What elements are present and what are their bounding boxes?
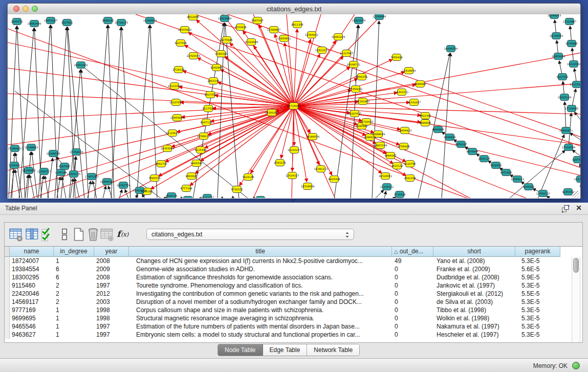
graph-node-label: 10719135 bbox=[115, 21, 128, 24]
table-row[interactable]: 911546021997Tourette syndrome. Phenomeno… bbox=[5, 281, 582, 290]
graph-node-label: 9474444 bbox=[466, 150, 478, 153]
table-cell: 5.6E-5 bbox=[515, 265, 560, 273]
show-columns-button[interactable] bbox=[25, 227, 40, 243]
graph-edge bbox=[285, 43, 294, 106]
column-header-short[interactable]: short bbox=[433, 247, 515, 257]
column-header-year[interactable]: year bbox=[94, 247, 129, 257]
float-panel-button[interactable] bbox=[561, 205, 570, 213]
delete-columns-button[interactable] bbox=[86, 227, 101, 243]
scrollbar-thumb[interactable] bbox=[573, 258, 579, 273]
column-header-out-degree[interactable]: △out_de... bbox=[392, 247, 433, 257]
table-row[interactable]: 1938455462009Genome-wide association stu… bbox=[5, 265, 582, 273]
graph-node-label: 12524327 bbox=[286, 174, 299, 177]
graph-edge bbox=[442, 53, 450, 198]
zoom-window-button[interactable] bbox=[32, 6, 38, 12]
graph-node-label: 9242845 bbox=[210, 66, 222, 69]
table-cell: 0 bbox=[392, 290, 433, 298]
table-row[interactable]: 1830029562008Estimation of significance … bbox=[5, 273, 582, 281]
row-gutter-cell bbox=[5, 290, 10, 298]
tab-node-table[interactable]: Node Table bbox=[218, 344, 263, 356]
graph-node-label: 9505135 bbox=[165, 194, 177, 198]
table-panel: Table Panel ✕ bbox=[0, 203, 588, 358]
graph-node-label: 25260920 bbox=[8, 147, 21, 150]
graph-node-label: 19734593 bbox=[550, 34, 563, 37]
graph-node-label: 10654985 bbox=[170, 116, 184, 119]
table-cell: 0 bbox=[392, 281, 433, 290]
table-cell: Jankovic et al. (1997) bbox=[433, 281, 515, 290]
close-panel-button[interactable]: ✕ bbox=[576, 204, 582, 212]
graph-node-label: 7450408 bbox=[390, 56, 402, 59]
table-cell: 0 bbox=[392, 306, 433, 314]
table-cell: Disruption of a novel member of a sodium… bbox=[129, 298, 392, 306]
table-cell: 0 bbox=[392, 298, 433, 306]
column-header-title[interactable]: title bbox=[129, 247, 392, 257]
panel-grabber-icon[interactable] bbox=[291, 199, 296, 202]
graph-node-label: 14353594 bbox=[161, 147, 175, 150]
graph-node-label: 9560351 bbox=[356, 75, 367, 78]
graph-edge bbox=[164, 198, 167, 198]
tab-edge-table[interactable]: Edge Table bbox=[263, 344, 308, 356]
graph-edge bbox=[15, 91, 161, 198]
select-all-button[interactable] bbox=[40, 227, 56, 243]
graph-edge bbox=[48, 158, 53, 198]
row-gutter-cell bbox=[5, 314, 10, 322]
resize-grip[interactable] bbox=[573, 191, 579, 198]
table-cell: Wolkin et al. (1998) bbox=[433, 314, 515, 322]
new-column-button[interactable] bbox=[72, 227, 87, 243]
graph-node-label: 2405572 bbox=[11, 20, 23, 23]
graph-node-label: 16219302 bbox=[567, 62, 580, 65]
table-selector[interactable]: citations_edges.txt bbox=[146, 229, 354, 240]
graph-node-label: 9732072 bbox=[231, 188, 243, 191]
column-header-in-degree[interactable]: in_degree bbox=[54, 247, 94, 257]
graph-node-label: 16210247 bbox=[288, 148, 301, 151]
table-cell: Hescheler et al. (1997) bbox=[433, 331, 515, 339]
table-vertical-scrollbar[interactable] bbox=[572, 257, 580, 342]
table-row[interactable]: 977716911998Corpus callosum shape and si… bbox=[5, 306, 582, 314]
graph-node-label: 1145194 bbox=[55, 171, 67, 174]
close-window-button[interactable] bbox=[13, 6, 19, 12]
graph-edge bbox=[150, 25, 157, 198]
network-canvas[interactable]: 1872400789129541054398293275082242004627… bbox=[8, 14, 580, 199]
new-column-icon bbox=[72, 227, 86, 242]
table-cell: 0 bbox=[392, 273, 433, 281]
delete-table-button[interactable] bbox=[100, 227, 115, 243]
table-cell: Changes of HCN gene expression and I(f) … bbox=[129, 257, 392, 265]
table-cell: 2 bbox=[54, 281, 94, 290]
function-builder-button[interactable]: f (x) bbox=[116, 227, 132, 243]
table-cell: 1 bbox=[54, 331, 94, 339]
row-gutter-header bbox=[5, 247, 10, 257]
attribute-table: name in_degree year title △out_de... sho… bbox=[5, 246, 582, 342]
network-graph[interactable]: 1872400789129541054398293275082242004627… bbox=[8, 14, 580, 198]
window-titlebar[interactable]: citations_edges.txt bbox=[8, 4, 580, 15]
network-window[interactable]: citations_edges.txt 18724007891295410543… bbox=[7, 3, 581, 199]
table-row[interactable]: 2242004622012Investigating the contribut… bbox=[5, 290, 582, 298]
graph-node-label: 12213383 bbox=[168, 84, 181, 87]
graph-node-label: 2718126 bbox=[172, 68, 184, 71]
minimize-window-button[interactable] bbox=[23, 6, 29, 12]
table-options-button[interactable] bbox=[9, 227, 24, 243]
table-row[interactable]: 946362711997Embryonic stem cells: a mode… bbox=[5, 331, 582, 339]
table-row[interactable]: 1456911722003Disruption of a novel membe… bbox=[5, 298, 582, 306]
deselect-all-button[interactable] bbox=[57, 227, 73, 243]
table-row[interactable]: 946554611997Estimation of the future num… bbox=[5, 322, 582, 331]
row-gutter-cell bbox=[5, 298, 10, 306]
table-cell: 5.3E-5 bbox=[515, 314, 560, 322]
graph-edge bbox=[384, 191, 386, 198]
table-cell: 1997 bbox=[94, 322, 129, 331]
tab-network-table[interactable]: Network Table bbox=[307, 344, 359, 356]
graph-node-label: 2803144 bbox=[207, 79, 220, 82]
row-gutter-cell bbox=[5, 306, 10, 314]
graph-node-label: 15157915 bbox=[570, 83, 580, 86]
table-row[interactable]: 969969511998Structural magnetic resonanc… bbox=[5, 314, 582, 322]
graph-node-label: 12450122 bbox=[536, 192, 550, 195]
graph-node-label: 9699695 bbox=[419, 121, 431, 124]
graph-node-label: 10391213 bbox=[314, 167, 328, 170]
column-header-pagerank[interactable]: pagerank bbox=[515, 247, 560, 257]
table-cell: 2008 bbox=[94, 273, 129, 281]
graph-node-label: 14569117 bbox=[197, 135, 210, 138]
column-header-name[interactable]: name bbox=[10, 247, 54, 257]
graph-edge bbox=[538, 135, 564, 198]
graph-node-label: 9777169 bbox=[180, 187, 192, 190]
table-row[interactable]: 1872400712008Changes of HCN gene express… bbox=[5, 257, 582, 265]
table-cell: Embryonic stem cells: a model to study s… bbox=[129, 331, 392, 339]
